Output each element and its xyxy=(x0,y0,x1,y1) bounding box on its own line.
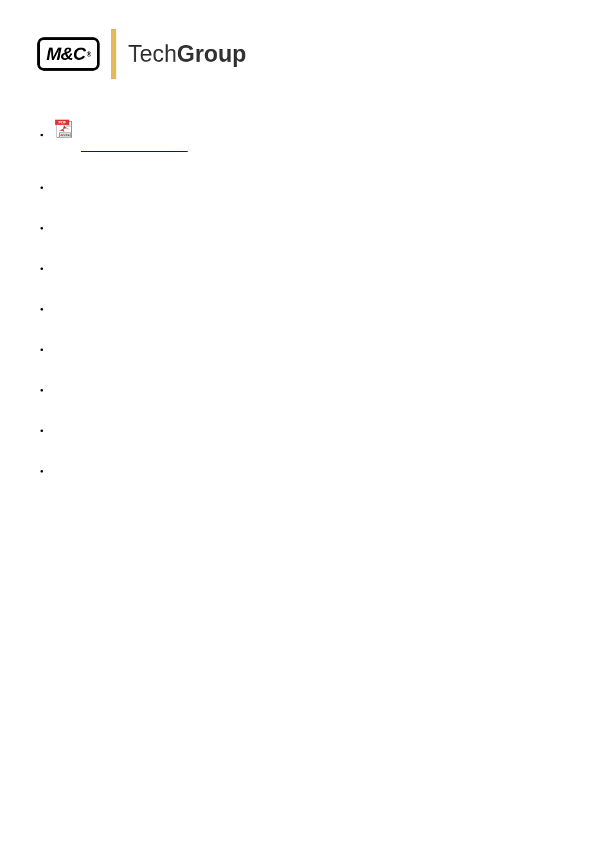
pdf-link[interactable] xyxy=(81,141,188,152)
list-item xyxy=(50,345,188,354)
pdf-row: PDF Adobe xyxy=(50,118,188,152)
separator-bar xyxy=(111,29,116,79)
techgroup-text: TechGroup xyxy=(128,41,246,68)
mc-text: M&C xyxy=(46,44,85,64)
registered-mark: ® xyxy=(87,51,91,58)
bullet-list: PDF Adobe xyxy=(37,118,188,507)
pdf-icon[interactable]: PDF Adobe xyxy=(55,118,75,138)
list-item xyxy=(50,304,188,314)
list-item xyxy=(50,466,188,476)
group-text: Group xyxy=(177,41,246,67)
mc-badge: M&C® xyxy=(37,37,100,71)
link-underline xyxy=(81,141,188,152)
list-item xyxy=(50,385,188,395)
tech-text: Tech xyxy=(128,41,177,67)
list-item: PDF Adobe xyxy=(50,118,188,152)
list-item xyxy=(50,426,188,435)
pdf-adobe-label: Adobe xyxy=(59,132,71,138)
list-item xyxy=(50,223,188,233)
logo: M&C® TechGroup xyxy=(37,29,246,79)
pdf-label: PDF xyxy=(55,120,69,125)
list-item xyxy=(50,264,188,273)
list-item xyxy=(50,183,188,192)
